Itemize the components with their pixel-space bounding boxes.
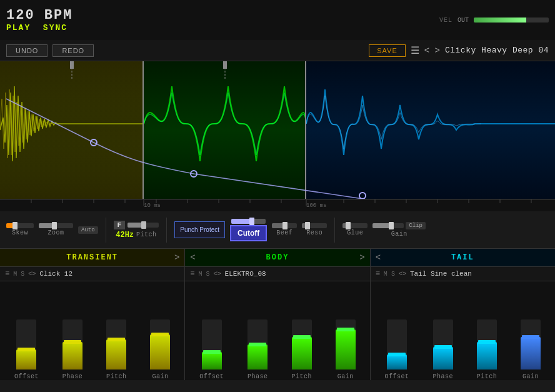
save-button[interactable]: SAVE xyxy=(369,44,406,57)
skew-control: Skew xyxy=(6,223,34,236)
transient-sample-name: Click 12 xyxy=(39,270,72,278)
tail-pitch-fader[interactable] xyxy=(477,319,497,369)
time-marker-100ms: 100 ms xyxy=(306,203,326,209)
transient-gain-fader[interactable] xyxy=(150,319,170,369)
transient-s-label[interactable]: S xyxy=(21,271,24,278)
body-nav-left[interactable]: < xyxy=(190,253,195,263)
tail-knobs-row: Offset Phase Pitch xyxy=(371,281,555,380)
bpm-display: 120 BPM xyxy=(6,8,72,23)
tail-offset-fader[interactable] xyxy=(387,319,407,369)
tail-offset-knob: Offset xyxy=(385,319,409,380)
clip-badge[interactable]: Clip xyxy=(406,222,426,229)
waveform-body-svg xyxy=(144,61,306,199)
transient-pitch-knob: Pitch xyxy=(106,319,127,380)
play-sync: PLAY SYNC xyxy=(6,23,68,33)
transient-gain-label: Gain xyxy=(152,373,168,380)
punch-protect-button[interactable]: Punch Protect xyxy=(174,221,225,238)
pitch-control: F 42Hz Pitch xyxy=(114,221,159,239)
body-s-label[interactable]: S xyxy=(206,271,210,278)
tail-sample-name: Tail Sine clean xyxy=(410,270,472,278)
body-arrows-label[interactable]: <> xyxy=(214,271,221,278)
zoom-slider[interactable] xyxy=(39,223,73,228)
transient-info: ≡ M S <> Click 12 xyxy=(0,266,184,281)
transient-nav-right[interactable]: > xyxy=(174,253,179,263)
body-pitch-knob: Pitch xyxy=(291,319,312,380)
cutoff-slider[interactable] xyxy=(231,219,266,224)
cutoff-control: Cutoff xyxy=(230,219,267,241)
glue-slider[interactable] xyxy=(342,223,368,228)
body-knobs-row: Offset Phase Pitch xyxy=(185,281,369,380)
body-nav-right[interactable]: > xyxy=(359,253,364,263)
body-menu-icon[interactable]: ≡ xyxy=(190,269,194,278)
controls-bar: Skew Zoom Auto F 42Hz Pitch Punch Protec… xyxy=(0,211,555,249)
transient-phase-label: Phase xyxy=(62,373,83,380)
tail-nav-left[interactable]: < xyxy=(376,253,381,263)
skew-slider[interactable] xyxy=(6,223,34,228)
nav-arrows-icon[interactable]: < > xyxy=(424,46,440,56)
time-ruler-svg xyxy=(0,199,555,212)
tail-offset-label: Offset xyxy=(385,373,409,380)
transient-menu-icon[interactable]: ≡ xyxy=(5,269,9,278)
reso-slider[interactable] xyxy=(302,223,327,228)
body-section: < BODY > ≡ M S <> ELEKTRO_08 Offset xyxy=(185,249,370,380)
auto-badge[interactable]: Auto xyxy=(78,226,98,234)
menu-icon[interactable]: ☰ xyxy=(411,44,419,57)
transient-phase-fader[interactable] xyxy=(62,319,82,369)
reso-label: Reso xyxy=(306,229,322,236)
gain-label: Gain xyxy=(391,231,408,238)
body-offset-fader[interactable] xyxy=(202,319,222,369)
tail-m-label[interactable]: M xyxy=(384,271,388,278)
beef-slider[interactable] xyxy=(272,223,297,228)
pitch-slider[interactable] xyxy=(128,223,159,228)
body-pitch-label: Pitch xyxy=(291,373,312,380)
tail-menu-icon[interactable]: ≡ xyxy=(376,269,380,278)
gain-slider[interactable] xyxy=(372,223,404,228)
waveform-tail xyxy=(306,61,555,199)
f-badge[interactable]: F xyxy=(114,221,126,229)
body-offset-label: Offset xyxy=(199,373,224,380)
body-phase-fader[interactable] xyxy=(248,319,268,369)
bpm-section: 120 BPM PLAY SYNC xyxy=(6,8,72,33)
svg-rect-0 xyxy=(0,61,144,199)
transient-phase-knob: Phase xyxy=(62,319,83,380)
toolbar: UNDO REDO SAVE ☰ < > Clicky Heavy Deep 0… xyxy=(0,40,555,61)
tail-arrows-label[interactable]: <> xyxy=(399,271,406,278)
skew-label: Skew xyxy=(12,229,28,236)
svg-rect-3 xyxy=(70,61,74,69)
body-title: BODY xyxy=(266,253,289,262)
pitch-label: Pitch xyxy=(136,231,157,238)
time-marker-10ms: 10 ms xyxy=(144,203,161,209)
tail-pitch-knob: Pitch xyxy=(477,319,498,380)
redo-button[interactable]: REDO xyxy=(52,44,94,57)
tail-phase-fader[interactable] xyxy=(433,319,453,369)
body-header: < BODY > xyxy=(185,249,369,266)
tail-s-label[interactable]: S xyxy=(391,271,395,278)
transient-m-label[interactable]: M xyxy=(13,271,17,278)
transient-pitch-fader[interactable] xyxy=(106,319,126,369)
sync-label[interactable]: SYNC xyxy=(43,23,68,33)
cutoff-button[interactable]: Cutoff xyxy=(230,225,267,241)
beef-control: Beef xyxy=(272,223,297,236)
tail-gain-fader[interactable] xyxy=(521,319,541,369)
waveform-transient xyxy=(0,61,144,199)
beef-label: Beef xyxy=(276,229,292,236)
separator-2 xyxy=(166,218,167,243)
separator-3 xyxy=(334,218,335,243)
body-info: ≡ M S <> ELEKTRO_08 xyxy=(185,266,369,281)
transient-gain-knob: Gain xyxy=(150,319,170,380)
body-pitch-fader[interactable] xyxy=(292,319,312,369)
body-m-label[interactable]: M xyxy=(199,271,202,278)
tail-info: ≡ M S <> Tail Sine clean xyxy=(371,266,555,281)
body-phase-knob: Phase xyxy=(248,319,268,380)
body-gain-label: Gain xyxy=(338,373,354,380)
undo-button[interactable]: UNDO xyxy=(6,44,48,57)
toolbar-left: UNDO REDO xyxy=(6,44,94,57)
reso-control: Reso xyxy=(302,223,327,236)
transient-offset-fader[interactable] xyxy=(16,319,36,369)
body-gain-fader[interactable] xyxy=(336,319,356,369)
transient-arrows-label[interactable]: <> xyxy=(28,271,36,278)
play-label: PLAY xyxy=(6,23,31,33)
tail-phase-label: Phase xyxy=(432,373,453,380)
vel-label: VEL xyxy=(439,17,452,24)
top-right: VEL OUT xyxy=(439,17,549,24)
